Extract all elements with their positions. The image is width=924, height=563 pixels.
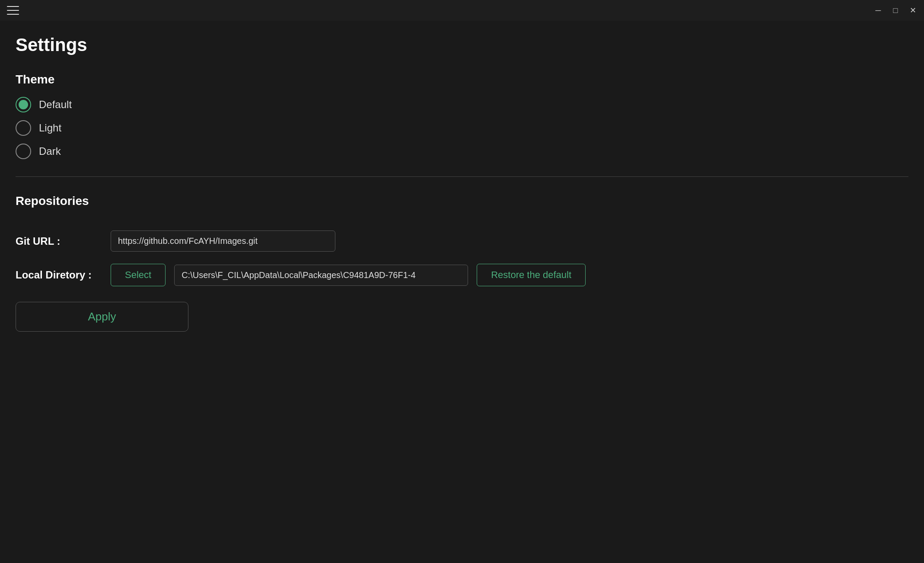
select-button[interactable]: Select [111, 264, 166, 286]
git-url-label: Git URL : [16, 235, 102, 247]
titlebar-left [7, 6, 19, 15]
local-dir-label: Local Diretory : [16, 269, 102, 281]
minimize-button[interactable]: ─ [874, 6, 883, 15]
local-dir-input[interactable] [174, 265, 468, 286]
titlebar: ─ □ ✕ [0, 0, 924, 21]
repositories-section: Repositories Git URL : Local Diretory : … [16, 194, 908, 332]
repositories-section-title: Repositories [16, 194, 908, 208]
theme-section-title: Theme [16, 73, 908, 86]
radio-light-circle [16, 120, 31, 136]
radio-dark-circle [16, 144, 31, 159]
radio-light-label: Light [39, 122, 61, 134]
menu-icon[interactable] [7, 6, 19, 15]
section-divider [16, 176, 908, 177]
close-button[interactable]: ✕ [908, 6, 917, 15]
local-dir-row: Local Diretory : Select Restore the defa… [16, 264, 908, 286]
theme-option-default[interactable]: Default [16, 97, 908, 112]
restore-default-button[interactable]: Restore the default [477, 264, 586, 286]
maximize-button[interactable]: □ [891, 6, 900, 15]
page-title: Settings [16, 35, 908, 55]
radio-dark-label: Dark [39, 145, 61, 157]
radio-default-label: Default [39, 99, 72, 111]
apply-button[interactable]: Apply [16, 302, 188, 332]
theme-radio-group: Default Light Dark [16, 97, 908, 159]
radio-default-circle [16, 97, 31, 112]
theme-option-dark[interactable]: Dark [16, 144, 908, 159]
git-url-input[interactable] [111, 230, 335, 252]
theme-section: Theme Default Light Dark [16, 73, 908, 159]
main-content: Settings Theme Default Light Dark Reposi [0, 21, 924, 345]
git-url-row: Git URL : [16, 230, 908, 252]
theme-option-light[interactable]: Light [16, 120, 908, 136]
titlebar-controls: ─ □ ✕ [874, 6, 917, 15]
